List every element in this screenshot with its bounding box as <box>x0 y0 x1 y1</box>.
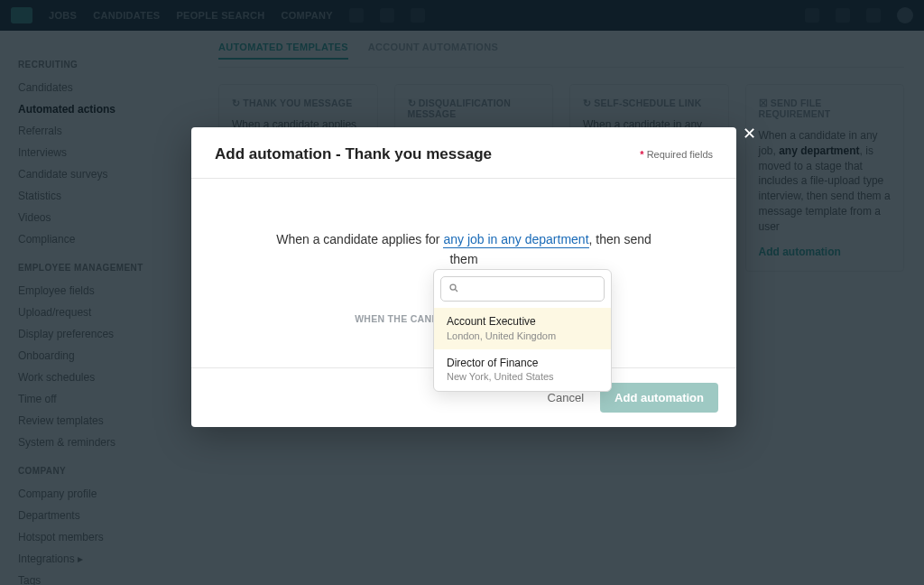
required-fields-text: Required fields <box>647 149 713 160</box>
modal-body: When a candidate applies for any job in … <box>191 179 736 367</box>
option-subtitle: London, United Kingdom <box>447 330 598 342</box>
option-subtitle: New York, United States <box>447 370 598 383</box>
svg-line-1 <box>456 289 458 292</box>
close-icon[interactable]: ✕ <box>743 125 756 142</box>
option-title: Account Executive <box>447 315 598 330</box>
dropdown-option[interactable]: Director of FinanceNew York, United Stat… <box>434 349 611 391</box>
required-fields-label: * Required fields <box>640 149 713 160</box>
dropdown-search-input[interactable] <box>465 282 604 296</box>
modal-title: Add automation - Thank you message <box>215 145 492 163</box>
add-automation-modal: ✕ Add automation - Thank you message * R… <box>191 127 736 427</box>
add-automation-button[interactable]: Add automation <box>600 383 718 413</box>
cancel-button[interactable]: Cancel <box>548 391 584 404</box>
svg-point-0 <box>450 284 456 290</box>
dropdown-search[interactable] <box>440 276 605 302</box>
dropdown-option[interactable]: Account ExecutiveLondon, United Kingdom <box>434 308 611 349</box>
search-icon <box>448 283 459 296</box>
option-title: Director of Finance <box>447 357 598 371</box>
job-dropdown: Account ExecutiveLondon, United KingdomD… <box>433 269 612 392</box>
job-scope-link[interactable]: any job in any department <box>443 232 588 248</box>
sentence-pre: When a candidate applies for <box>276 232 443 246</box>
asterisk-icon: * <box>640 149 643 160</box>
modal-header: Add automation - Thank you message * Req… <box>191 127 736 179</box>
